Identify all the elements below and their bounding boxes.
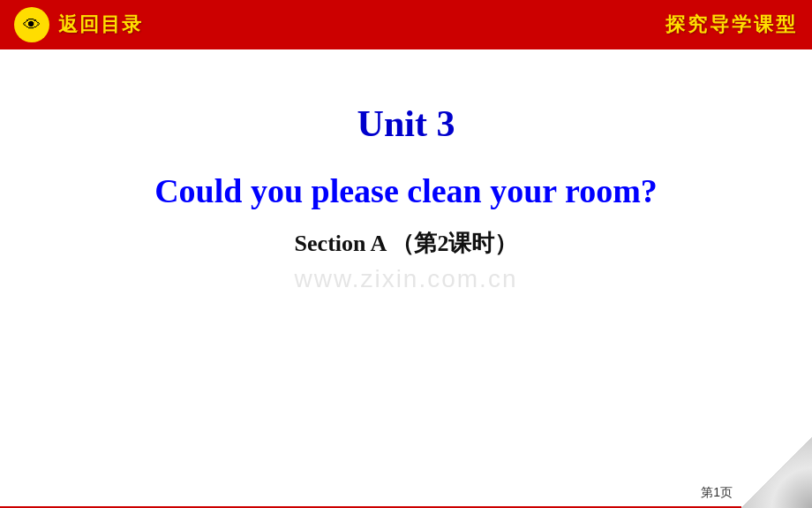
lesson-subtitle: Could you please clean your room? <box>154 171 658 210</box>
watermark: www.zixin.com.cn <box>295 265 518 293</box>
back-button[interactable]: 返回目录 <box>58 11 143 38</box>
main-content: www.zixin.com.cn Unit 3 Could you please… <box>0 49 812 508</box>
section-label: Section A （第2课时） <box>295 228 518 259</box>
unit-title: Unit 3 <box>357 102 455 145</box>
logo: 👁 <box>14 7 49 42</box>
header-left: 👁 返回目录 <box>14 7 143 42</box>
page-curl <box>741 437 812 508</box>
page-number: 第1页 <box>701 485 733 501</box>
logo-icon: 👁 <box>23 15 41 35</box>
header-bar: 👁 返回目录 探究导学课型 <box>0 0 812 49</box>
header-right-label: 探究导学课型 <box>665 11 798 38</box>
